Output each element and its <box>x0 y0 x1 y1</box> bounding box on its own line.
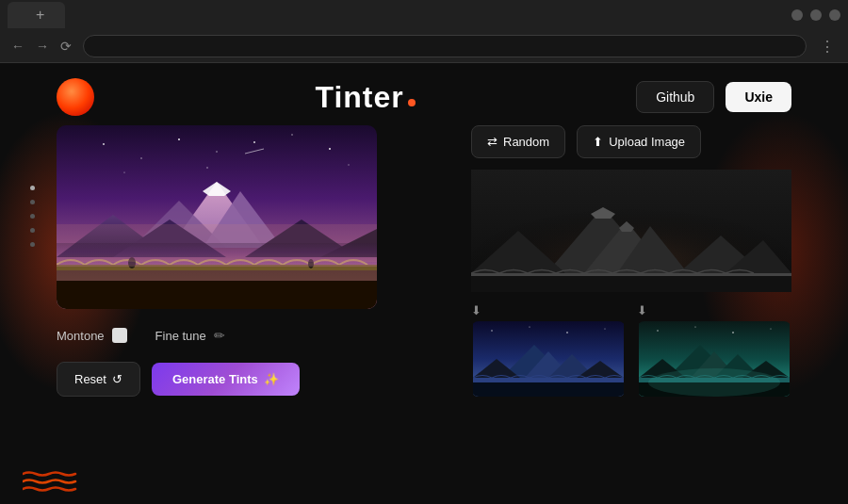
reset-icon: ↺ <box>112 372 122 386</box>
github-button[interactable]: Github <box>636 81 714 113</box>
tinted-image-2 <box>637 321 791 397</box>
title-dot-icon <box>408 99 416 106</box>
generate-icon: ✨ <box>264 372 279 386</box>
random-label: Random <box>503 135 549 149</box>
download-row-1: ⬇ <box>471 303 626 317</box>
download-icon-1[interactable]: ⬇ <box>471 303 481 317</box>
svg-rect-26 <box>57 224 377 262</box>
maximize-button[interactable] <box>810 9 822 21</box>
svg-point-3 <box>178 138 180 140</box>
svg-point-48 <box>529 326 530 327</box>
download-icon-2[interactable]: ⬇ <box>637 303 647 317</box>
left-panel: Montone Fine tune ✏ Reset ↺ Generate Tin… <box>57 125 433 504</box>
forward-button[interactable]: → <box>32 37 53 56</box>
tinted-image-1 <box>471 321 626 397</box>
upload-image-button[interactable]: ⬆ Upload Image <box>577 125 701 158</box>
add-tab-button[interactable]: + <box>30 7 50 24</box>
reset-button[interactable]: Reset ↺ <box>57 362 140 397</box>
random-button[interactable]: ⇄ Random <box>471 125 565 158</box>
svg-rect-38 <box>471 276 791 292</box>
montone-checkbox[interactable] <box>112 328 127 343</box>
browser-tab: + <box>8 2 65 28</box>
svg-point-61 <box>732 332 734 333</box>
app-content: Tinter Github Uxie <box>0 63 848 504</box>
svg-point-8 <box>348 164 349 165</box>
svg-point-62 <box>770 328 771 329</box>
minimize-button[interactable] <box>791 9 803 21</box>
montone-control: Montone <box>57 328 127 343</box>
svg-point-59 <box>657 330 658 331</box>
refresh-button[interactable]: ⟳ <box>57 37 75 56</box>
right-panel: ⇄ Random ⬆ Upload Image <box>471 125 791 504</box>
fine-tune-label: Fine tune <box>155 329 206 343</box>
main-image-container <box>57 125 377 309</box>
svg-rect-46 <box>473 382 624 397</box>
reset-label: Reset <box>74 372 106 386</box>
logo-area <box>57 78 94 116</box>
wave-lines <box>23 469 79 496</box>
main-body: Montone Fine tune ✏ Reset ↺ Generate Tin… <box>0 125 848 504</box>
svg-point-4 <box>216 151 217 152</box>
edit-icon[interactable]: ✏ <box>214 328 225 343</box>
svg-point-7 <box>329 148 331 150</box>
fine-tune-control: Fine tune ✏ <box>155 328 225 343</box>
browser-chrome: + ← → ⟳ ⋮ <box>0 0 848 63</box>
svg-point-6 <box>291 134 293 136</box>
uxie-button[interactable]: Uxie <box>726 82 791 112</box>
svg-point-2 <box>140 157 142 159</box>
svg-point-1 <box>103 143 105 145</box>
header: Tinter Github Uxie <box>0 63 848 125</box>
browser-titlebar: + <box>0 0 848 30</box>
address-input[interactable] <box>83 35 807 57</box>
svg-point-50 <box>604 328 605 329</box>
svg-point-5 <box>253 141 255 143</box>
generate-tints-button[interactable]: Generate Tints ✨ <box>152 363 300 396</box>
browser-addressbar: ← → ⟳ ⋮ <box>0 30 848 62</box>
bottom-decoration <box>23 469 79 496</box>
close-button[interactable] <box>829 9 840 21</box>
download-row-2: ⬇ <box>637 303 791 317</box>
generate-label: Generate Tints <box>172 372 258 386</box>
svg-point-10 <box>206 167 208 169</box>
browser-controls <box>791 9 840 21</box>
header-buttons: Github Uxie <box>636 81 791 113</box>
random-icon: ⇄ <box>487 135 497 149</box>
controls-row: Montone Fine tune ✏ <box>57 322 433 349</box>
svg-rect-22 <box>57 281 377 309</box>
browser-menu-button[interactable]: ⋮ <box>814 36 840 57</box>
svg-point-63 <box>648 368 780 397</box>
svg-point-60 <box>694 326 695 327</box>
logo-icon <box>57 78 94 116</box>
back-button[interactable]: ← <box>8 37 28 56</box>
preview-area <box>471 170 791 292</box>
svg-point-47 <box>491 330 492 331</box>
upload-label: Upload Image <box>609 135 685 149</box>
tinted-card-2: ⬇ <box>637 303 791 397</box>
svg-point-9 <box>123 171 124 172</box>
app-title: Tinter <box>315 80 403 114</box>
upload-icon: ⬆ <box>593 135 603 149</box>
action-row: ⇄ Random ⬆ Upload Image <box>471 125 791 158</box>
tinted-card-1: ⬇ <box>471 303 626 397</box>
title-area: Tinter <box>315 80 415 115</box>
svg-point-49 <box>566 332 568 333</box>
action-buttons: Reset ↺ Generate Tints ✨ <box>57 362 433 397</box>
tinted-results: ⬇ <box>471 303 791 397</box>
montone-label: Montone <box>57 329 105 343</box>
nav-buttons: ← → ⟳ <box>8 37 75 56</box>
